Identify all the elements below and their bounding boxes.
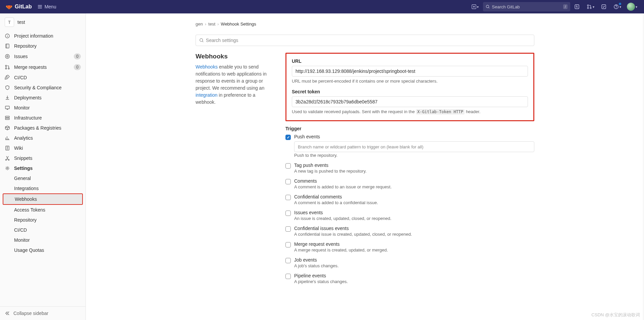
job-checkbox[interactable] (285, 258, 291, 263)
sidebar-item-repository[interactable]: Repository (0, 41, 86, 51)
mr-checkbox[interactable] (285, 242, 291, 247)
svg-point-1 (486, 5, 489, 8)
sidebar-subitem-label: Usage Quotas (14, 247, 44, 253)
settings-icon (5, 166, 10, 171)
integration-link[interactable]: integration (196, 92, 217, 98)
tag-checkbox[interactable] (285, 163, 291, 169)
trigger-label: Tag push events (294, 163, 367, 168)
trigger-desc: A comment is added to an issue or merge … (294, 184, 392, 189)
issues-shortcut-button[interactable] (572, 2, 582, 11)
plus-button[interactable]: ▾ (468, 2, 482, 11)
trigger-conf-issues: Confidential issues events A confidentia… (285, 226, 534, 237)
gitlab-icon (5, 3, 13, 10)
sidebar-item-merge-requests[interactable]: Merge requests 0 (0, 62, 86, 73)
user-menu[interactable]: ▾ (625, 2, 639, 11)
sidebar-item-snippets[interactable]: Snippets (0, 153, 86, 163)
top-nav: GitLab Menu ▾ / ▾ ▾ (0, 0, 644, 13)
slash-shortcut: / (563, 4, 568, 9)
global-search[interactable]: / (483, 2, 570, 11)
trigger-desc: A confidential issue is created, updated… (294, 232, 412, 237)
gitlab-logo[interactable]: GitLab (5, 3, 32, 10)
sidebar-subitem-ci-cd[interactable]: CI/CD (0, 225, 86, 235)
sidebar-item-security-compliance[interactable]: Security & Compliance (0, 83, 86, 93)
sidebar-subitem-label: Repository (14, 217, 37, 223)
cicd-icon (5, 75, 10, 80)
svg-point-14 (5, 68, 7, 69)
svg-rect-18 (5, 118, 9, 120)
url-field[interactable] (292, 66, 528, 77)
section-help-text: Webhooks enable you to send notification… (196, 63, 275, 106)
monitor-icon (5, 105, 10, 110)
settings-search[interactable] (196, 35, 534, 46)
sidebar-item-infrastructure[interactable]: Infrastructure (0, 113, 86, 123)
push-branch-filter-input[interactable] (294, 141, 534, 152)
menu-button[interactable]: Menu (35, 3, 59, 11)
sidebar-subitem-usage-quotas[interactable]: Usage Quotas (0, 245, 86, 255)
trigger-desc: An issue is created, updated, closed, or… (294, 216, 391, 221)
trigger-label: Issues events (294, 210, 391, 215)
svg-rect-10 (6, 44, 9, 48)
search-input[interactable] (490, 4, 563, 9)
sidebar-item-label: Merge requests (14, 64, 70, 70)
sidebar-item-label: Project information (14, 33, 81, 39)
sidebar-subitem-integrations[interactable]: Integrations (0, 183, 86, 193)
sidebar-item-label: Settings (14, 166, 81, 171)
webhooks-link[interactable]: Webhooks (196, 64, 218, 70)
trigger-label: Job events (294, 257, 339, 263)
sidebar-item-ci-cd[interactable]: CI/CD (0, 73, 86, 83)
secret-token-field[interactable] (292, 96, 528, 107)
issues-checkbox[interactable] (285, 211, 291, 216)
svg-rect-16 (5, 106, 9, 109)
sidebar-item-analytics[interactable]: Analytics (0, 133, 86, 143)
sidebar-item-project-information[interactable]: Project information (0, 31, 86, 41)
comments-checkbox[interactable] (285, 179, 291, 184)
trigger-mr: Merge request events A merge request is … (285, 241, 534, 253)
breadcrumb-item[interactable]: test (208, 21, 215, 27)
todos-icon (601, 4, 606, 9)
project-name: test (17, 19, 25, 25)
conf_issues-checkbox[interactable] (285, 226, 291, 232)
sidebar-nav: Project information Repository Issues 0 … (0, 31, 86, 306)
sidebar-subitem-repository[interactable]: Repository (0, 215, 86, 225)
breadcrumb-item[interactable]: gen (196, 21, 203, 27)
sidebar-item-issues[interactable]: Issues 0 (0, 51, 86, 62)
deploy-icon (5, 95, 10, 100)
svg-point-23 (200, 39, 203, 42)
settings-search-input[interactable] (204, 38, 531, 43)
sidebar-subitem-general[interactable]: General (0, 173, 86, 183)
wiki-icon (5, 145, 10, 151)
sidebar-item-deployments[interactable]: Deployments (0, 93, 86, 103)
help-button[interactable]: ▾ (610, 2, 624, 11)
sidebar-subitem-label: CI/CD (14, 227, 27, 233)
sidebar-item-wiki[interactable]: Wiki (0, 143, 86, 153)
collapse-sidebar-button[interactable]: Collapse sidebar (0, 306, 86, 320)
trigger-issues: Issues events An issue is created, updat… (285, 210, 534, 221)
project-header[interactable]: T test (0, 13, 86, 31)
chevron-right-icon: › (217, 21, 219, 27)
hamburger-icon (37, 4, 43, 9)
plus-icon (472, 4, 476, 9)
push-events-checkbox[interactable] (285, 135, 291, 140)
sidebar-item-packages-registries[interactable]: Packages & Registries (0, 123, 86, 133)
section-title: Webhooks (196, 53, 275, 60)
chevron-right-icon: › (205, 21, 206, 27)
collapse-label: Collapse sidebar (13, 311, 48, 316)
count-badge: 0 (74, 64, 81, 70)
conf_comments-checkbox[interactable] (285, 195, 291, 200)
sidebar-item-monitor[interactable]: Monitor (0, 103, 86, 113)
todos-button[interactable] (598, 2, 609, 11)
sidebar-subitem-webhooks[interactable]: Webhooks (3, 193, 83, 205)
chevron-down-icon: ▾ (593, 5, 594, 9)
infra-icon (5, 115, 10, 121)
url-help-text: URL must be percent-encoded if it contai… (292, 79, 528, 84)
sidebar-subitem-access-tokens[interactable]: Access Tokens (0, 205, 86, 215)
chevron-down-icon: ▾ (620, 5, 621, 9)
repo-icon (5, 43, 10, 49)
sidebar: T test Project information Repository Is… (0, 13, 86, 320)
sidebar-item-settings[interactable]: Settings (0, 163, 86, 173)
merge-requests-shortcut-button[interactable]: ▾ (584, 2, 597, 11)
url-secret-group: URL URL must be percent-encoded if it co… (285, 53, 534, 121)
sidebar-subitem-monitor[interactable]: Monitor (0, 235, 86, 245)
secret-help-text: Used to validate received payloads. Sent… (292, 109, 528, 114)
pipeline-checkbox[interactable] (285, 274, 291, 279)
